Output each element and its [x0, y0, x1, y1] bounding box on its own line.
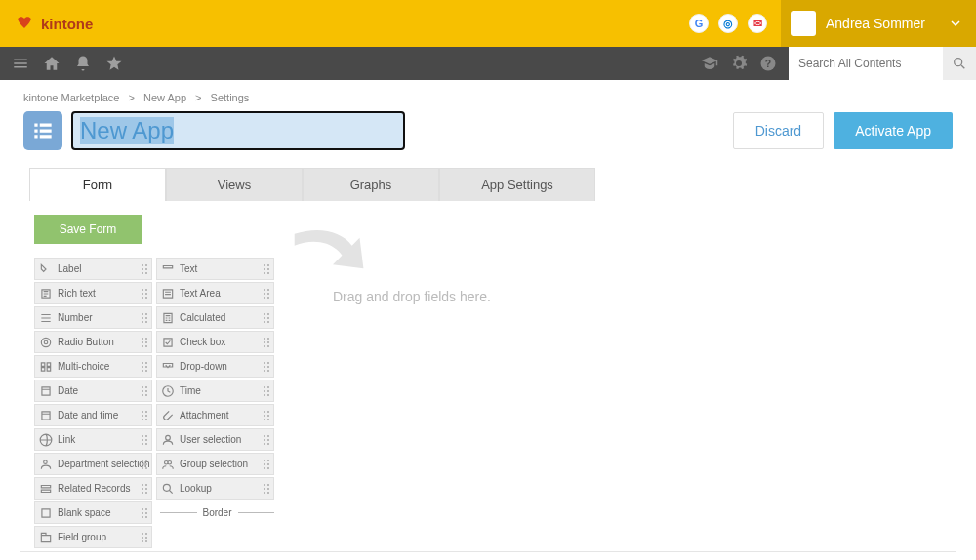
tab-graphs[interactable]: Graphs: [303, 168, 439, 201]
field-palette: Save Form LabelTextRich textText AreaNum…: [20, 215, 274, 551]
search-button[interactable]: [943, 47, 976, 80]
field-icon: [39, 482, 53, 496]
grip-icon: [263, 361, 270, 373]
field-icon: [161, 262, 175, 276]
graduation-icon[interactable]: [701, 55, 718, 72]
grip-icon: [141, 337, 148, 348]
field-user-selection[interactable]: User selection: [156, 428, 274, 451]
field-icon: [39, 531, 53, 544]
grip-icon: [141, 532, 148, 543]
app-icon[interactable]: [23, 111, 62, 150]
grip-icon: [141, 459, 148, 470]
field-icon: [161, 458, 175, 471]
field-multi-choice[interactable]: Multi-choice: [34, 355, 152, 378]
bell-icon[interactable]: [74, 55, 92, 72]
field-icon: [161, 409, 175, 422]
field-icon: [39, 360, 53, 374]
gear-icon[interactable]: [730, 55, 748, 72]
chevron-down-icon: [951, 19, 960, 28]
search-icon: [952, 56, 967, 71]
brand-logo[interactable]: kintone: [0, 14, 93, 33]
field-department-selection[interactable]: Department selection: [34, 453, 152, 475]
field-time[interactable]: Time: [156, 380, 274, 402]
field-icon: [161, 336, 175, 349]
user-menu[interactable]: Andrea Sommer: [781, 0, 976, 47]
grip-icon: [263, 459, 270, 470]
field-rich-text[interactable]: Rich text: [34, 282, 152, 304]
field-field-group[interactable]: Field group: [34, 526, 152, 548]
tabs: Form Views Graphs App Settings: [0, 168, 976, 201]
avatar: [791, 11, 816, 36]
brand-name: kintone: [41, 16, 93, 32]
grip-icon: [263, 312, 270, 324]
field-icon: [39, 458, 53, 471]
field-icon: [161, 482, 175, 496]
field-link[interactable]: Link: [34, 428, 152, 451]
grip-icon: [141, 483, 148, 495]
grip-icon: [141, 361, 148, 373]
discard-button[interactable]: Discard: [733, 112, 824, 149]
grip-icon: [263, 483, 270, 495]
outlook-app-icon[interactable]: ◎: [718, 14, 738, 33]
field-calculated[interactable]: Calculated: [156, 306, 274, 329]
field-number[interactable]: Number: [34, 306, 152, 329]
grip-icon: [141, 507, 148, 519]
tab-form[interactable]: Form: [29, 168, 166, 201]
field-drop-down[interactable]: Drop-down: [156, 355, 274, 378]
save-form-button[interactable]: Save Form: [34, 215, 142, 244]
crumb-marketplace[interactable]: kintone Marketplace: [23, 92, 119, 103]
grip-icon: [263, 288, 270, 300]
app-title-input[interactable]: [72, 112, 404, 149]
field-icon: [39, 409, 53, 422]
tab-app-settings[interactable]: App Settings: [439, 168, 595, 201]
field-date-and-time[interactable]: Date and time: [34, 404, 152, 426]
grip-icon: [141, 288, 148, 300]
form-canvas[interactable]: Drag and drop fields here.: [274, 215, 956, 551]
grip-icon: [141, 385, 148, 397]
field-attachment[interactable]: Attachment: [156, 404, 274, 426]
grip-icon: [263, 410, 270, 421]
field-icon: [161, 287, 175, 300]
grip-icon: [141, 312, 148, 324]
search-input[interactable]: [789, 47, 943, 80]
field-icon: [39, 311, 53, 325]
field-check-box[interactable]: Check box: [156, 331, 274, 353]
grip-icon: [263, 434, 270, 446]
grip-icon: [263, 263, 270, 275]
field-icon: [161, 360, 175, 374]
tab-views[interactable]: Views: [166, 168, 303, 201]
canvas-placeholder: Drag and drop fields here.: [294, 289, 936, 304]
drop-arrow-icon: [294, 226, 372, 280]
field-icon: [161, 384, 175, 398]
grip-icon: [263, 337, 270, 348]
field-lookup[interactable]: Lookup: [156, 477, 274, 500]
user-name: Andrea Sommer: [826, 16, 941, 31]
menu-icon[interactable]: [12, 55, 29, 72]
field-related-records[interactable]: Related Records: [34, 477, 152, 500]
google-app-icon[interactable]: G: [689, 14, 709, 33]
field-date[interactable]: Date: [34, 380, 152, 402]
help-icon[interactable]: ?: [759, 55, 777, 72]
field-radio-button[interactable]: Radio Button: [34, 331, 152, 353]
crumb-newapp[interactable]: New App: [143, 92, 186, 103]
field-blank-space[interactable]: Blank space: [34, 501, 152, 524]
field-icon: [39, 433, 53, 447]
field-text-area[interactable]: Text Area: [156, 282, 274, 304]
field-icon: [161, 433, 175, 447]
field-text[interactable]: Text: [156, 258, 274, 280]
mail-app-icon[interactable]: ✉: [748, 14, 767, 33]
svg-text:?: ?: [765, 58, 771, 69]
list-icon: [30, 118, 56, 143]
field-border[interactable]: Border: [156, 501, 274, 524]
home-icon[interactable]: [43, 55, 61, 72]
star-icon[interactable]: [105, 55, 123, 72]
activate-button[interactable]: Activate App: [834, 112, 953, 149]
grip-icon: [141, 434, 148, 446]
field-icon: [39, 336, 53, 349]
breadcrumb: kintone Marketplace > New App > Settings: [0, 80, 976, 109]
crumb-settings[interactable]: Settings: [211, 92, 250, 103]
field-group-selection[interactable]: Group selection: [156, 453, 274, 475]
svg-point-2: [955, 59, 962, 66]
field-label[interactable]: Label: [34, 258, 152, 280]
grip-icon: [263, 385, 270, 397]
